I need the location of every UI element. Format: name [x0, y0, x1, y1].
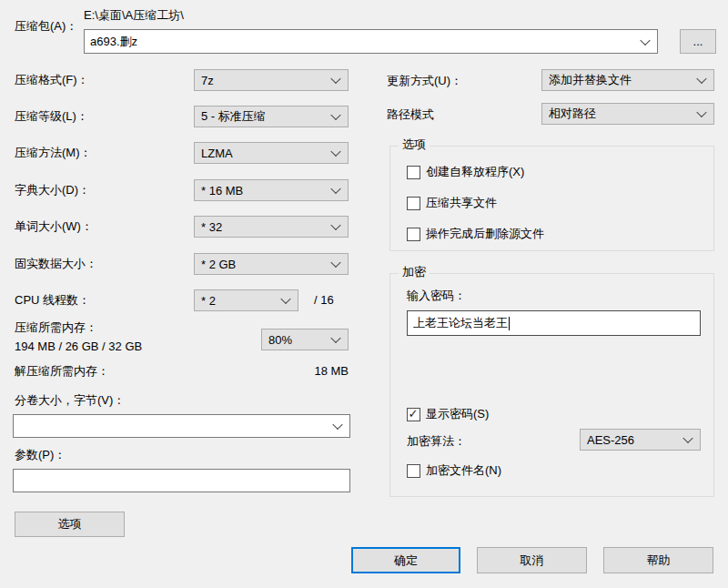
add-to-archive-dialog: 压缩包(A)： E:\桌面\A压缩工坊\ a693.删z ... 压缩格式(F)…: [0, 0, 728, 588]
solid-value: * 2 GB: [201, 258, 236, 271]
checkbox-label: 操作完成后删除源文件: [426, 226, 544, 242]
archive-dir-path: E:\桌面\A压缩工坊\: [84, 8, 184, 23]
method-label: 压缩方法(M)：: [15, 146, 92, 160]
checkbox-icon[interactable]: [407, 197, 420, 210]
password-label: 输入密码：: [407, 289, 466, 303]
ok-button-label: 确定: [394, 553, 418, 569]
browse-button[interactable]: ...: [680, 29, 716, 54]
chevron-down-icon: [330, 258, 340, 268]
mem-decompress-value: 18 MB: [261, 364, 349, 379]
chevron-down-icon[interactable]: [640, 35, 650, 45]
update-mode-label: 更新方式(U)：: [387, 74, 462, 88]
options-button-label: 选项: [58, 516, 82, 532]
dict-value: * 16 MB: [201, 184, 243, 198]
volume-label: 分卷大小，字节(V)：: [15, 393, 125, 408]
chevron-down-icon: [682, 433, 693, 443]
params-input[interactable]: [13, 469, 350, 492]
format-label: 压缩格式(F)：: [15, 73, 89, 87]
checkbox-delete-after[interactable]: 操作完成后删除源文件: [407, 226, 544, 242]
chevron-down-icon[interactable]: [332, 420, 342, 430]
checkbox-show-password[interactable]: 显示密码(S): [407, 406, 489, 422]
level-value: 5 - 标准压缩: [201, 108, 266, 125]
checkbox-label: 压缩共享文件: [426, 195, 497, 211]
mem-compress-label: 压缩所需内存：: [15, 320, 97, 335]
chevron-down-icon: [330, 184, 340, 194]
path-mode-label: 路径模式: [387, 107, 434, 122]
solid-dropdown[interactable]: * 2 GB: [194, 253, 349, 275]
dict-dropdown[interactable]: * 16 MB: [194, 179, 349, 201]
path-mode-value: 相对路径: [549, 106, 596, 122]
encryption-group-title: 加密: [399, 266, 430, 279]
chevron-down-icon: [330, 220, 340, 230]
algorithm-value: AES-256: [587, 433, 634, 447]
checkbox-icon[interactable]: [407, 228, 420, 241]
mem-percent-dropdown[interactable]: 80%: [261, 329, 349, 350]
checkbox-label: 加密文件名(N): [426, 462, 501, 479]
mem-compress-detail: 194 MB / 26 GB / 32 GB: [15, 340, 142, 354]
checkbox-create-sfx[interactable]: 创建自释放程序(X): [407, 164, 524, 180]
checkbox-icon[interactable]: [407, 408, 420, 421]
format-dropdown[interactable]: 7z: [194, 69, 349, 91]
archive-label: 压缩包(A)：: [15, 19, 77, 34]
password-value: 上老王论坛当老王: [413, 315, 508, 331]
options-group-title: 选项: [399, 138, 430, 151]
checkbox-encrypt-names[interactable]: 加密文件名(N): [407, 462, 501, 479]
params-label: 参数(P)：: [15, 448, 66, 462]
archive-name-combobox[interactable]: a693.删z: [84, 29, 658, 54]
archive-name-value: a693.删z: [90, 34, 137, 50]
chevron-down-icon: [330, 333, 340, 343]
mem-percent-value: 80%: [268, 333, 292, 347]
mem-decompress-label: 解压缩所需内存：: [15, 364, 109, 379]
cancel-button-label: 取消: [521, 553, 544, 569]
checkbox-icon[interactable]: [407, 166, 420, 179]
method-value: LZMA: [201, 147, 233, 160]
update-mode-dropdown[interactable]: 添加并替换文件: [541, 69, 714, 91]
chevron-down-icon: [330, 110, 340, 120]
algorithm-dropdown[interactable]: AES-256: [580, 429, 701, 451]
threads-max-text: / 16: [314, 293, 334, 308]
word-dropdown[interactable]: * 32: [194, 216, 349, 238]
threads-value: * 2: [201, 294, 216, 308]
update-mode-value: 添加并替换文件: [549, 72, 632, 88]
password-input[interactable]: 上老王论坛当老王: [407, 310, 701, 336]
help-button-label: 帮助: [647, 553, 671, 569]
volume-combobox[interactable]: [13, 414, 350, 438]
threads-dropdown[interactable]: * 2: [194, 289, 298, 311]
chevron-down-icon: [280, 294, 290, 304]
checkbox-compress-shared[interactable]: 压缩共享文件: [407, 195, 497, 211]
chevron-down-icon: [330, 147, 340, 157]
level-dropdown[interactable]: 5 - 标准压缩: [194, 106, 349, 127]
cancel-button[interactable]: 取消: [477, 547, 587, 573]
format-value: 7z: [201, 74, 214, 87]
dict-label: 字典大小(D)：: [15, 183, 90, 198]
help-button[interactable]: 帮助: [603, 547, 713, 573]
word-label: 单词大小(W)：: [15, 219, 93, 234]
method-dropdown[interactable]: LZMA: [194, 142, 349, 164]
threads-label: CPU 线程数：: [15, 293, 90, 308]
chevron-down-icon: [330, 74, 340, 84]
solid-label: 固实数据大小：: [15, 257, 97, 271]
checkbox-label: 显示密码(S): [426, 406, 489, 422]
checkbox-icon[interactable]: [407, 464, 420, 478]
chevron-down-icon: [696, 74, 706, 84]
browse-button-label: ...: [693, 35, 703, 48]
options-button[interactable]: 选项: [15, 512, 125, 537]
level-label: 压缩等级(L)：: [15, 109, 88, 124]
checkbox-label: 创建自释放程序(X): [426, 164, 524, 180]
text-caret: [509, 317, 510, 330]
path-mode-dropdown[interactable]: 相对路径: [541, 103, 714, 125]
algorithm-label: 加密算法：: [407, 434, 466, 449]
ok-button[interactable]: 确定: [351, 547, 460, 573]
chevron-down-icon: [696, 107, 706, 117]
word-value: * 32: [201, 220, 222, 234]
